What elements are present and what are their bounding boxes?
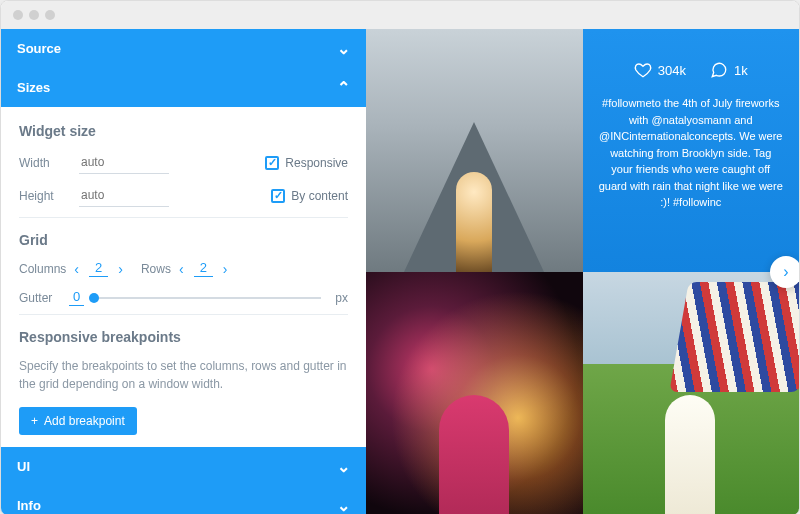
columns-increment[interactable]: › <box>118 261 123 277</box>
comment-icon <box>710 61 728 79</box>
window-dot-min[interactable] <box>29 10 39 20</box>
heart-icon <box>634 61 652 79</box>
grid-stepper-row: Columns ‹ 2 › Rows ‹ 2 › <box>19 260 348 277</box>
rows-increment[interactable]: › <box>223 261 228 277</box>
window-dot-max[interactable] <box>45 10 55 20</box>
width-input-wrap <box>79 151 169 174</box>
grid-title: Grid <box>19 232 348 248</box>
accordion-sizes[interactable]: Sizes ⌃ <box>1 68 366 107</box>
post-caption: #followmeto the 4th of July fireworks wi… <box>599 95 784 211</box>
post-stats: 304k 1k <box>634 61 748 79</box>
columns-group: Columns ‹ 2 › <box>19 260 123 277</box>
preview-grid: 304k 1k #followmeto the 4th of July fire… <box>366 29 799 514</box>
plus-icon: + <box>31 414 38 428</box>
height-label: Height <box>19 189 69 203</box>
rows-group: Rows ‹ 2 › <box>141 260 228 277</box>
accordion-info[interactable]: Info ⌄ <box>1 486 366 514</box>
check-icon: ✓ <box>265 156 279 170</box>
accordion-ui[interactable]: UI ⌄ <box>1 447 366 486</box>
columns-label: Columns <box>19 262 66 276</box>
sizes-panel: Widget size Width ✓ Responsive Height <box>1 107 366 447</box>
chevron-down-icon: ⌄ <box>337 457 350 476</box>
responsive-label: Responsive <box>285 156 348 170</box>
accordion-sizes-label: Sizes <box>17 80 50 95</box>
chevron-down-icon: ⌄ <box>337 39 350 58</box>
add-breakpoint-label: Add breakpoint <box>44 414 125 428</box>
grid-tile-4[interactable] <box>583 272 800 514</box>
gutter-row: Gutter 0 px <box>19 289 348 306</box>
divider <box>19 217 348 218</box>
height-input[interactable] <box>79 184 169 207</box>
grid-tile-2-overlay[interactable]: 304k 1k #followmeto the 4th of July fire… <box>583 29 800 272</box>
gutter-slider[interactable] <box>94 290 321 306</box>
accordion-source-label: Source <box>17 41 61 56</box>
width-row: Width ✓ Responsive <box>19 151 348 174</box>
accordion-ui-label: UI <box>17 459 30 474</box>
breakpoints-title: Responsive breakpoints <box>19 329 348 345</box>
height-input-wrap <box>79 184 169 207</box>
divider <box>19 314 348 315</box>
rows-value[interactable]: 2 <box>194 260 213 277</box>
slider-thumb[interactable] <box>89 293 99 303</box>
breakpoints-desc: Specify the breakpoints to set the colum… <box>19 357 348 393</box>
likes-stat: 304k <box>634 61 686 79</box>
responsive-checkbox[interactable]: ✓ Responsive <box>265 156 348 170</box>
comments-stat: 1k <box>710 61 748 79</box>
browser-titlebar <box>1 1 799 29</box>
likes-count: 304k <box>658 63 686 78</box>
slider-track <box>94 297 321 299</box>
grid-tile-1[interactable] <box>366 29 583 272</box>
rows-stepper: ‹ 2 › <box>179 260 228 277</box>
chevron-right-icon: › <box>783 263 788 281</box>
check-icon: ✓ <box>271 189 285 203</box>
chevron-down-icon: ⌄ <box>337 496 350 514</box>
add-breakpoint-button[interactable]: + Add breakpoint <box>19 407 137 435</box>
settings-sidebar: Source ⌄ Sizes ⌃ Widget size Width ✓ Res… <box>1 29 366 514</box>
app-body: Source ⌄ Sizes ⌃ Widget size Width ✓ Res… <box>1 29 799 514</box>
width-label: Width <box>19 156 69 170</box>
window-dot-close[interactable] <box>13 10 23 20</box>
bycontent-checkbox[interactable]: ✓ By content <box>271 189 348 203</box>
gutter-value[interactable]: 0 <box>69 289 84 306</box>
rows-label: Rows <box>141 262 171 276</box>
accordion-source[interactable]: Source ⌄ <box>1 29 366 68</box>
columns-value[interactable]: 2 <box>89 260 108 277</box>
chevron-up-icon: ⌃ <box>337 78 350 97</box>
widget-size-title: Widget size <box>19 123 348 139</box>
columns-stepper: ‹ 2 › <box>74 260 123 277</box>
grid-tile-3[interactable] <box>366 272 583 514</box>
comments-count: 1k <box>734 63 748 78</box>
gutter-label: Gutter <box>19 291 59 305</box>
accordion-info-label: Info <box>17 498 41 513</box>
browser-frame: Source ⌄ Sizes ⌃ Widget size Width ✓ Res… <box>0 0 800 514</box>
columns-decrement[interactable]: ‹ <box>74 261 79 277</box>
next-button[interactable]: › <box>770 256 800 288</box>
height-row: Height ✓ By content <box>19 184 348 207</box>
gutter-unit: px <box>335 291 348 305</box>
bycontent-label: By content <box>291 189 348 203</box>
width-input[interactable] <box>79 151 169 174</box>
rows-decrement[interactable]: ‹ <box>179 261 184 277</box>
